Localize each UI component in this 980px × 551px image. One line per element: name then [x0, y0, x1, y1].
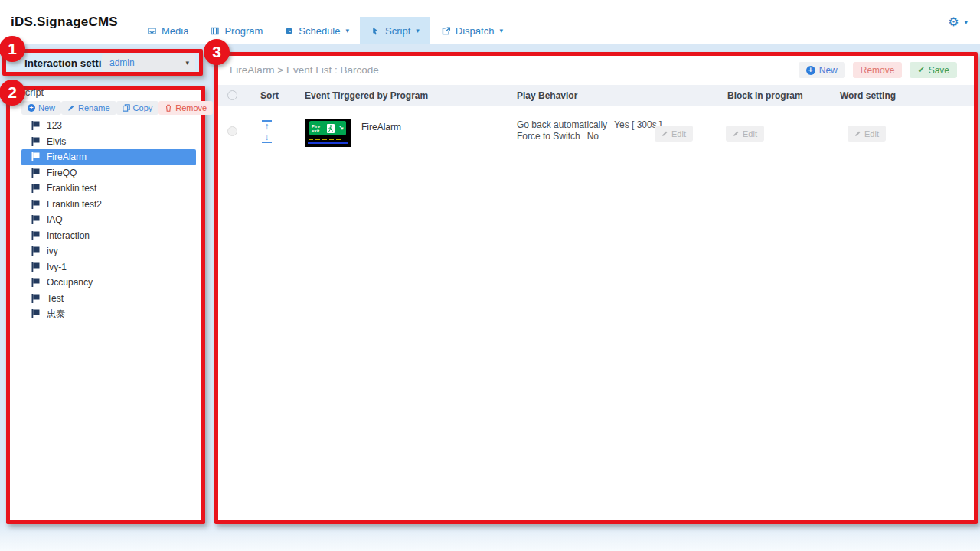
flag-icon [31, 278, 40, 287]
word-setting-edit-button[interactable]: Edit [848, 126, 886, 142]
top-bar: iDS.SignageCMS Media Program Schedule ▾ … [0, 0, 980, 44]
table-row: ↑ ↓ Fire exit ↘ FireAlarm Go back automa… [218, 106, 974, 161]
script-item-ivy[interactable]: ivy [21, 243, 196, 259]
script-copy-button[interactable]: Copy [116, 101, 159, 115]
annotation-badge-2: 2 [0, 80, 25, 106]
breadcrumb: FireAlarm > Event List : Barcode [230, 64, 379, 76]
script-item-label: 123 [47, 120, 62, 131]
check-icon: ✔ [917, 65, 924, 75]
script-item-label: Elvis [47, 136, 66, 147]
gear-icon[interactable]: ⚙ [948, 16, 959, 28]
chevron-down-icon[interactable]: ▾ [964, 18, 968, 26]
nav-script-label: Script [385, 25, 410, 37]
script-copy-label: Copy [133, 103, 153, 112]
script-item-iaq[interactable]: IAQ [21, 212, 196, 228]
col-event: Event Tirggered by Program [305, 90, 428, 101]
nav-schedule-label: Schedule [299, 25, 340, 37]
nav-media[interactable]: Media [136, 17, 199, 44]
edit-label: Edit [743, 129, 757, 139]
play-behavior-value-2: No [587, 131, 599, 142]
plus-icon: + [806, 66, 815, 75]
inbox-icon [147, 26, 157, 36]
script-item-ivy-1[interactable]: Ivy-1 [21, 259, 196, 276]
script-rename-button[interactable]: Rename [61, 101, 116, 115]
nav-program-label: Program [224, 25, 263, 37]
script-item-fireqq[interactable]: FireQQ [21, 165, 196, 181]
annotation-box-2: Script + New Rename Copy Remove 123 Elvi… [6, 86, 205, 524]
event-save-button[interactable]: ✔ Save [910, 62, 957, 78]
brand-bold: iDS. [11, 15, 37, 29]
script-item-interaction[interactable]: Interaction [21, 228, 196, 244]
script-item-franklin-test2[interactable]: Franklin test2 [21, 197, 196, 213]
script-rename-label: Rename [78, 103, 110, 112]
move-to-top-icon[interactable]: ↑ [262, 120, 272, 130]
script-item-franklin-test[interactable]: Franklin test [21, 181, 196, 197]
sort-controls: ↑ ↓ [262, 120, 272, 143]
nav-dispatch[interactable]: Dispatch ▾ [430, 17, 514, 44]
plus-icon: + [28, 104, 35, 112]
nav-dispatch-label: Dispatch [456, 25, 495, 37]
script-item-label: FireAlarm [47, 152, 87, 162]
flag-icon [31, 231, 40, 240]
event-toolbar: + New Remove ✔ Save [799, 62, 957, 78]
event-remove-label: Remove [861, 65, 895, 76]
script-item-occupancy[interactable]: Occupancy [21, 275, 196, 291]
user-select-value: admin [109, 57, 185, 68]
pencil-icon [67, 104, 75, 112]
flag-icon [31, 184, 40, 193]
flag-icon [31, 152, 40, 161]
script-item-label: Franklin test [47, 183, 96, 194]
script-item-label: Franklin test2 [47, 199, 102, 210]
script-item-test[interactable]: Test [21, 291, 196, 307]
event-new-button[interactable]: + New [799, 62, 845, 78]
pointer-icon [371, 26, 381, 36]
event-new-label: New [819, 65, 838, 76]
main-nav: Media Program Schedule ▾ Script ▾ Dispat… [136, 17, 514, 44]
program-name: FireAlarm [361, 122, 401, 132]
chevron-down-icon: ▾ [185, 59, 189, 67]
interaction-setting-label: Interaction setting [24, 57, 114, 68]
flag-icon [31, 137, 40, 146]
play-behavior-edit-button[interactable]: Edit [655, 126, 693, 142]
user-select-dropdown[interactable]: admin ▾ [102, 54, 195, 71]
edit-label: Edit [671, 129, 686, 139]
move-to-bottom-icon[interactable]: ↓ [262, 133, 272, 143]
play-behavior-label-2: Force to Switch [517, 131, 580, 142]
script-item-label: FireQQ [47, 168, 77, 178]
script-item-label: IAQ [47, 214, 63, 225]
trash-icon [165, 104, 172, 112]
thumb-bottom-bar [308, 142, 348, 144]
external-icon [441, 26, 451, 36]
event-remove-button[interactable]: Remove [853, 62, 903, 78]
script-new-button[interactable]: + New [21, 101, 61, 115]
fire-exit-text: Fire exit [312, 124, 323, 133]
annotation-box-1: Interaction setting admin ▾ [2, 49, 203, 76]
chevron-down-icon: ▾ [416, 27, 420, 34]
script-item-label: ivy [47, 246, 58, 256]
script-list: 123 Elvis FireAlarm FireQQ Franklin test… [10, 118, 201, 322]
col-play: Play Behavior [517, 90, 577, 101]
script-item-label: Ivy-1 [47, 262, 67, 272]
select-all-radio[interactable] [227, 90, 237, 100]
script-item-elvis[interactable]: Elvis [21, 134, 196, 150]
annotation-badge-3: 3 [204, 39, 230, 65]
clock-icon [284, 26, 294, 36]
col-block: Block in program [727, 90, 803, 101]
arrow-down-right-icon: ↘ [338, 125, 344, 132]
block-in-program-edit-button[interactable]: Edit [726, 126, 764, 142]
flag-icon [31, 168, 40, 178]
event-save-label: Save [929, 65, 949, 76]
nav-schedule[interactable]: Schedule ▾ [273, 17, 360, 44]
script-panel-toolbar: + New Rename Copy Remove [21, 101, 194, 115]
script-item-label: Interaction [47, 230, 90, 241]
film-icon [210, 26, 220, 36]
script-item-label: Occupancy [47, 277, 93, 288]
script-item-123[interactable]: 123 [21, 118, 196, 134]
script-item-firealarm[interactable]: FireAlarm [21, 149, 196, 165]
row-radio[interactable] [227, 126, 237, 136]
nav-script[interactable]: Script ▾ [360, 17, 430, 44]
col-word: Word setting [840, 90, 896, 101]
script-remove-button[interactable]: Remove [158, 101, 213, 115]
flag-icon [31, 246, 40, 256]
script-item-忠泰[interactable]: 忠泰 [21, 306, 196, 322]
